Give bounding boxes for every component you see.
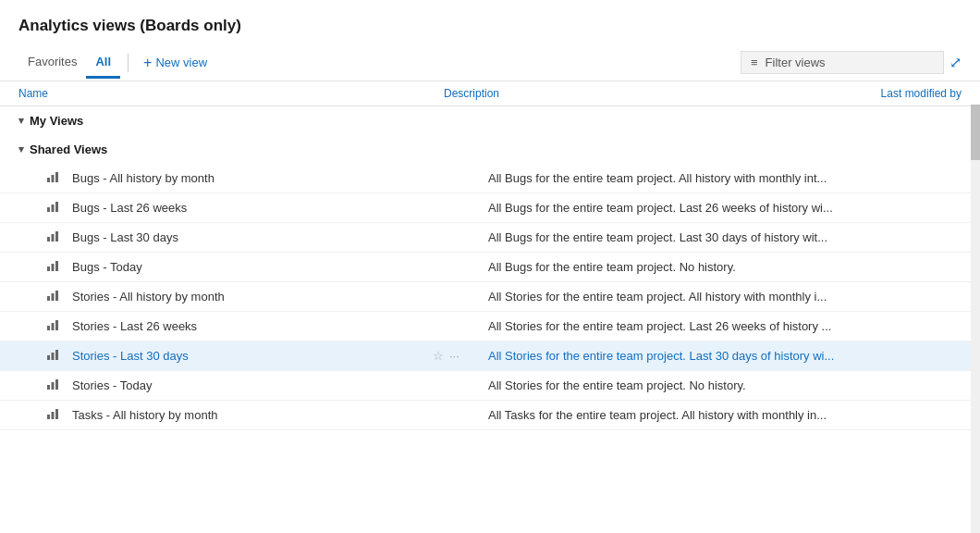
row-name: Stories - All history by month (72, 290, 433, 304)
scrollbar-thumb[interactable] (971, 105, 980, 160)
row-name: Stories - Last 26 weeks (72, 319, 433, 333)
svg-rect-7 (52, 234, 55, 242)
scrollbar-track[interactable] (971, 105, 980, 533)
svg-rect-25 (52, 412, 55, 419)
list-row[interactable]: Stories - Last 30 days ☆ ··· All Stories… (0, 341, 980, 371)
section-shared-views-label: Shared Views (30, 143, 107, 156)
row-description: All Bugs for the entire team project. No… (488, 260, 962, 274)
svg-rect-21 (47, 385, 50, 390)
new-view-label: New view (155, 56, 207, 69)
new-view-button[interactable]: + New view (136, 52, 214, 74)
expand-icon[interactable]: ⤢ (949, 54, 962, 71)
list-row[interactable]: Bugs - Last 26 weeksAll Bugs for the ent… (0, 193, 980, 223)
table-header: Name Description Last modified by (0, 81, 980, 106)
rows-container: Bugs - All history by monthAll Bugs for … (0, 164, 980, 430)
chart-icon (46, 348, 67, 364)
toolbar: Favorites All + New view ≡ Filter views … (0, 44, 980, 81)
row-description: All Bugs for the entire team project. Al… (488, 171, 962, 185)
svg-rect-5 (55, 202, 58, 212)
list-area: ▾ My Views ▾ Shared Views Bugs - All his… (0, 106, 980, 498)
section-shared-views[interactable]: ▾ Shared Views (0, 135, 980, 164)
filter-area: ≡ Filter views ⤢ (741, 51, 962, 74)
ellipsis-icon[interactable]: ··· (449, 349, 459, 363)
page-title: Analytics views (Boards only) (0, 0, 980, 44)
svg-rect-17 (55, 320, 58, 330)
svg-rect-15 (47, 326, 50, 330)
chart-icon (46, 170, 67, 186)
svg-rect-3 (47, 207, 50, 212)
tab-favorites[interactable]: Favorites (18, 47, 86, 79)
row-name: Bugs - Last 26 weeks (72, 201, 433, 215)
svg-rect-8 (55, 231, 58, 242)
list-row[interactable]: Bugs - All history by monthAll Bugs for … (0, 164, 980, 193)
svg-rect-26 (55, 409, 58, 419)
chart-icon (46, 407, 67, 423)
star-icon[interactable]: ☆ (433, 349, 444, 363)
svg-rect-13 (52, 293, 55, 301)
svg-rect-16 (52, 323, 55, 330)
row-description: All Tasks for the entire team project. A… (488, 408, 962, 422)
chart-icon (46, 378, 67, 393)
row-description: All Stories for the entire team project.… (488, 349, 962, 363)
section-my-views[interactable]: ▾ My Views (0, 106, 980, 135)
row-name: Stories - Today (72, 378, 433, 392)
section-my-views-label: My Views (30, 114, 83, 128)
plus-icon: + (143, 56, 152, 70)
chart-icon (46, 200, 67, 216)
row-name: Tasks - All history by month (72, 408, 433, 422)
row-actions: ☆ ··· (433, 349, 488, 363)
svg-rect-10 (52, 264, 55, 271)
row-description: All Stories for the entire team project.… (488, 290, 962, 304)
chevron-shared-views: ▾ (18, 143, 24, 155)
filter-icon: ≡ (751, 56, 758, 69)
col-modified-header: Last modified by (832, 87, 962, 100)
tab-divider (128, 54, 129, 72)
tab-all[interactable]: All (86, 47, 120, 79)
svg-rect-19 (52, 353, 55, 360)
row-description: All Stories for the entire team project.… (488, 378, 962, 392)
col-name-header: Name (18, 87, 444, 100)
svg-rect-2 (55, 172, 58, 182)
svg-rect-20 (55, 350, 58, 360)
chart-icon (46, 259, 67, 275)
svg-rect-4 (52, 205, 55, 212)
svg-rect-1 (52, 175, 55, 182)
svg-rect-0 (47, 178, 50, 182)
svg-rect-24 (47, 415, 50, 419)
list-row[interactable]: Tasks - All history by monthAll Tasks fo… (0, 401, 980, 430)
svg-rect-22 (52, 382, 55, 390)
list-row[interactable]: Bugs - TodayAll Bugs for the entire team… (0, 253, 980, 282)
list-row[interactable]: Bugs - Last 30 daysAll Bugs for the enti… (0, 223, 980, 253)
svg-rect-9 (47, 266, 50, 271)
row-name: Bugs - Today (72, 260, 433, 274)
list-row[interactable]: Stories - TodayAll Stories for the entir… (0, 371, 980, 401)
svg-rect-11 (55, 261, 58, 271)
filter-input-container[interactable]: ≡ Filter views (741, 51, 944, 74)
chart-icon (46, 318, 67, 334)
row-description: All Bugs for the entire team project. La… (488, 230, 962, 244)
col-desc-header: Description (444, 87, 832, 100)
chevron-my-views: ▾ (18, 115, 24, 127)
svg-rect-12 (47, 296, 50, 301)
list-row[interactable]: Stories - All history by monthAll Storie… (0, 282, 980, 312)
chart-icon (46, 289, 67, 304)
svg-rect-23 (55, 379, 58, 390)
chart-icon (46, 229, 67, 245)
row-name: Bugs - Last 30 days (72, 230, 433, 244)
svg-rect-6 (47, 237, 50, 242)
svg-rect-14 (55, 291, 58, 301)
svg-rect-18 (47, 355, 50, 360)
row-description: All Stories for the entire team project.… (488, 319, 962, 333)
row-name: Bugs - All history by month (72, 171, 433, 185)
filter-placeholder: Filter views (766, 56, 826, 69)
row-description: All Bugs for the entire team project. La… (488, 201, 962, 215)
list-row[interactable]: Stories - Last 26 weeksAll Stories for t… (0, 312, 980, 341)
row-name[interactable]: Stories - Last 30 days (72, 349, 433, 363)
